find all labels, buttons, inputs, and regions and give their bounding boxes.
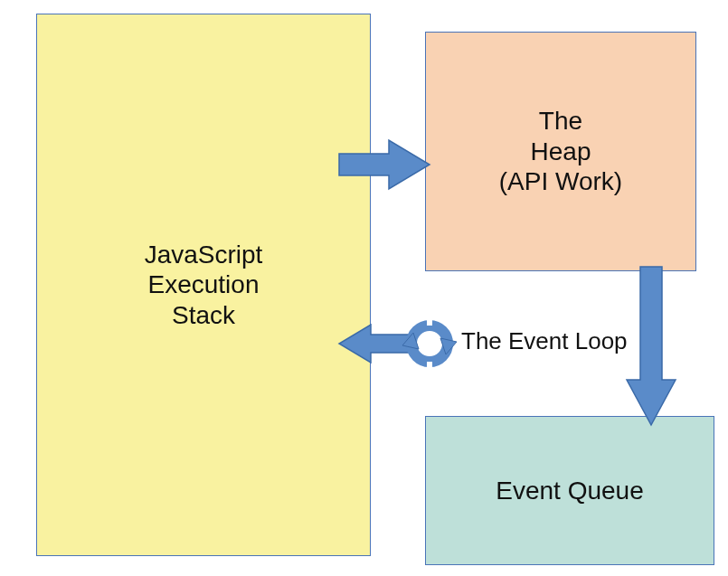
- box-event-queue: Event Queue: [425, 416, 714, 565]
- label-event-loop: The Event Loop: [461, 327, 628, 355]
- arrow-heap-to-queue: [624, 267, 678, 425]
- event-loop-icon: [339, 312, 452, 375]
- diagram-canvas: JavaScript Execution Stack The Heap (API…: [0, 0, 728, 576]
- box-heap-label: The Heap (API Work): [499, 106, 622, 197]
- box-execution-stack: JavaScript Execution Stack: [36, 14, 371, 556]
- box-event-queue-label: Event Queue: [496, 476, 643, 506]
- label-event-loop-text: The Event Loop: [461, 327, 628, 354]
- svg-rect-0: [427, 316, 432, 326]
- arrow-stack-to-heap: [339, 137, 430, 192]
- box-execution-stack-label: JavaScript Execution Stack: [145, 240, 263, 331]
- svg-rect-1: [427, 362, 432, 371]
- box-heap: The Heap (API Work): [425, 32, 696, 271]
